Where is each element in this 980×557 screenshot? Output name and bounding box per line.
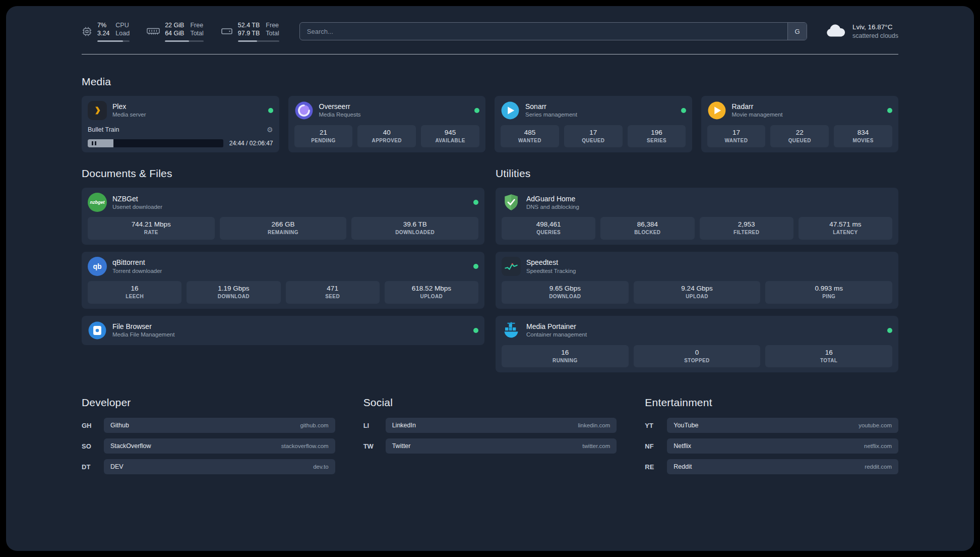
- service-subtitle: Torrent downloader: [112, 267, 162, 275]
- search-provider-button[interactable]: G: [787, 23, 807, 40]
- resource-widgets: 7% 3.24 CPU Load: [82, 21, 279, 42]
- stat-approved: 40APPROVED: [357, 125, 416, 148]
- stat-series: 196SERIES: [628, 125, 686, 148]
- search-input[interactable]: [299, 22, 807, 40]
- service-subtitle: Speedtest Tracking: [526, 267, 576, 275]
- section-title-utilities: Utilities: [496, 168, 898, 180]
- radarr-icon: [707, 101, 726, 120]
- service-subtitle: Media Requests: [319, 111, 361, 119]
- disk-total-label: Total: [266, 29, 279, 37]
- stat-download: 9.65 GbpsDOWNLOAD: [502, 281, 629, 304]
- status-dot: [681, 108, 686, 113]
- service-card-adguard[interactable]: AdGuard Home DNS and adblocking 498,461Q…: [496, 188, 898, 245]
- utilities-column: Utilities AdGuard Home DNS and adblockin…: [496, 168, 898, 372]
- service-subtitle: Usenet downloader: [112, 203, 162, 211]
- adguard-icon: [502, 193, 521, 212]
- stat-wanted: 485WANTED: [501, 125, 559, 148]
- nzbget-icon: nzbget: [88, 193, 107, 212]
- memory-free-value: 22 GiB: [165, 21, 184, 29]
- service-name: File Browser: [112, 322, 174, 331]
- bookmark-abbr: TW: [363, 442, 386, 450]
- service-card-speedtest[interactable]: Speedtest Speedtest Tracking 9.65 GbpsDO…: [496, 252, 898, 309]
- bookmark-group-social: Social LI LinkedInlinkedin.com TW Twitte…: [363, 397, 617, 480]
- bookmark-netflix[interactable]: Netflixnetflix.com: [667, 438, 898, 454]
- memory-total-value: 64 GiB: [165, 29, 184, 37]
- service-name: Overseerr: [319, 102, 361, 111]
- stat-upload: 9.24 GbpsUPLOAD: [634, 281, 761, 304]
- cpu-icon: [82, 26, 92, 37]
- memory-widget: 22 GiB 64 GiB Free Total: [147, 21, 204, 42]
- now-playing-title: Bullet Train: [88, 126, 119, 133]
- service-subtitle: DNS and adblocking: [526, 203, 579, 211]
- disk-free-value: 52.4 TB: [238, 21, 260, 29]
- status-dot: [474, 108, 479, 113]
- bookmark-stackoverflow[interactable]: StackOverflowstackoverflow.com: [104, 438, 335, 454]
- stat-stopped: 0STOPPED: [634, 345, 761, 368]
- service-card-overseerr[interactable]: Overseerr Media Requests 21PENDING 40APP…: [288, 96, 486, 153]
- cpu-value-percent: 7%: [97, 21, 109, 29]
- bookmark-dev[interactable]: DEVdev.to: [104, 459, 335, 474]
- stat-rate: 744.21 MbpsRATE: [88, 217, 215, 240]
- documents-column: Documents & Files nzbget NZBGet Usenet d…: [82, 168, 484, 372]
- playback-progress-bar[interactable]: [88, 139, 223, 147]
- status-dot: [887, 328, 892, 333]
- section-title-documents: Documents & Files: [82, 168, 484, 180]
- section-title-media: Media: [82, 76, 898, 88]
- status-dot: [473, 264, 478, 269]
- status-dot: [887, 108, 892, 113]
- service-card-qbittorrent[interactable]: qb qBittorrent Torrent downloader 16LEEC…: [82, 252, 484, 309]
- stat-pending: 21PENDING: [294, 125, 353, 148]
- portainer-icon: [502, 321, 521, 340]
- bookmark-twitter[interactable]: Twittertwitter.com: [386, 438, 617, 454]
- service-name: Sonarr: [525, 102, 577, 111]
- cpu-value-load: 3.24: [97, 29, 109, 37]
- speedtest-icon: [502, 257, 521, 276]
- weather-condition: scattered clouds: [852, 32, 898, 40]
- bookmark-abbr: NF: [645, 442, 667, 450]
- bookmark-row: GH Githubgithub.com: [82, 418, 335, 433]
- playback-time: 24:44 / 02:06:47: [229, 140, 273, 147]
- service-card-radarr[interactable]: Radarr Movie management 17WANTED 22QUEUE…: [701, 96, 899, 153]
- disk-icon: [221, 26, 233, 36]
- service-card-portainer[interactable]: Media Portainer Container management 16R…: [496, 316, 898, 373]
- bookmark-github[interactable]: Githubgithub.com: [104, 418, 335, 433]
- service-card-nzbget[interactable]: nzbget NZBGet Usenet downloader 744.21 M…: [82, 188, 484, 245]
- bookmarks: Developer GH Githubgithub.com SO StackOv…: [82, 397, 898, 480]
- overseerr-icon: [294, 101, 314, 120]
- bookmark-abbr: DT: [82, 463, 104, 471]
- bookmark-group-entertainment: Entertainment YT YouTubeyoutube.com NF N…: [645, 397, 898, 480]
- disk-widget: 52.4 TB 97.9 TB Free Total: [221, 21, 279, 42]
- gear-icon[interactable]: ⚙: [267, 126, 273, 133]
- stat-filtered: 2,953FILTERED: [700, 217, 793, 240]
- memory-total-label: Total: [190, 29, 203, 37]
- media-grid: Plex Media server Bullet Train ⚙ 24:44 /…: [82, 96, 898, 153]
- service-name: AdGuard Home: [526, 194, 579, 203]
- service-card-plex[interactable]: Plex Media server Bullet Train ⚙ 24:44 /…: [82, 96, 279, 153]
- service-card-sonarr[interactable]: Sonarr Series management 485WANTED 17QUE…: [495, 96, 692, 153]
- bookmark-linkedin[interactable]: LinkedInlinkedin.com: [386, 418, 617, 433]
- bookmark-youtube[interactable]: YouTubeyoutube.com: [667, 418, 898, 433]
- service-card-filebrowser[interactable]: File Browser Media File Management: [82, 316, 484, 345]
- bookmark-row: TW Twittertwitter.com: [363, 438, 617, 454]
- disk-total-value: 97.9 TB: [238, 29, 260, 37]
- bookmark-row: LI LinkedInlinkedin.com: [363, 418, 617, 433]
- stat-downloaded: 39.6 TBDOWNLOADED: [351, 217, 478, 240]
- header: 7% 3.24 CPU Load: [82, 6, 898, 42]
- dashboard-panel: 7% 3.24 CPU Load: [6, 6, 974, 551]
- status-dot: [473, 200, 478, 205]
- service-name: Radarr: [732, 102, 783, 111]
- stat-wanted: 17WANTED: [707, 125, 766, 148]
- sonarr-icon: [501, 101, 520, 120]
- bookmark-abbr: LI: [363, 422, 386, 429]
- service-name: qBittorrent: [112, 258, 162, 267]
- bookmark-reddit[interactable]: Redditreddit.com: [667, 459, 898, 474]
- bookmark-row: DT DEVdev.to: [82, 459, 335, 474]
- service-subtitle: Media server: [112, 111, 146, 119]
- plex-icon: [88, 101, 107, 120]
- status-dot: [473, 328, 478, 333]
- memory-bar: [165, 40, 204, 42]
- pause-icon[interactable]: [92, 141, 96, 145]
- stat-seed: 471SEED: [286, 281, 380, 304]
- bookmark-abbr: RE: [645, 463, 667, 471]
- stat-ping: 0.993 msPING: [765, 281, 892, 304]
